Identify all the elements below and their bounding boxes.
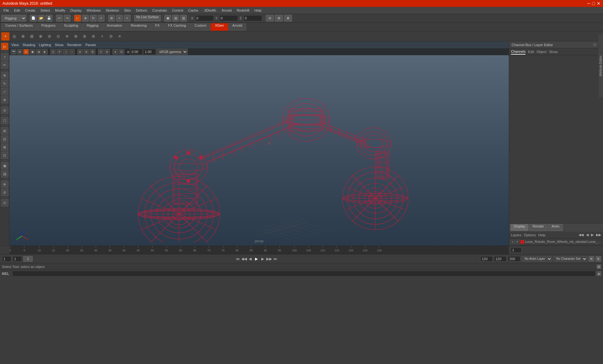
shelf-icon-xgen4[interactable]: ⊞ bbox=[28, 32, 36, 40]
layer-back[interactable]: ◀ bbox=[586, 233, 589, 237]
viewport-menu-lighting[interactable]: Lighting bbox=[39, 43, 51, 47]
anim-pref-btn[interactable]: ⚙ bbox=[595, 256, 601, 262]
vp-resolution[interactable]: ⊞ bbox=[90, 49, 95, 55]
vp-lighting1[interactable]: ☀ bbox=[57, 49, 62, 55]
viewport-menu-view[interactable]: View bbox=[11, 43, 19, 47]
tab-sculpting[interactable]: Sculpting bbox=[60, 23, 82, 31]
vp-cam-att[interactable]: ⊛ bbox=[104, 49, 110, 55]
close-button[interactable]: ✕ bbox=[597, 1, 600, 6]
range-end-input[interactable]: 120 bbox=[480, 256, 493, 262]
menu-create[interactable]: Create bbox=[23, 8, 38, 13]
menu-arnold[interactable]: Arnold bbox=[220, 8, 234, 13]
viewport-menu-renderer[interactable]: Renderer bbox=[67, 43, 82, 47]
soft-select[interactable]: ◎ bbox=[1, 106, 8, 114]
tab-arnold[interactable]: Arnold bbox=[228, 23, 247, 31]
tab-rendering[interactable]: Rendering bbox=[127, 23, 151, 31]
vp-smooth[interactable]: ◼ bbox=[30, 49, 35, 55]
menu-redshift[interactable]: Redshift bbox=[235, 8, 252, 13]
select-tool[interactable]: ▷ bbox=[74, 15, 81, 22]
display-mode1[interactable]: ⊞ bbox=[1, 127, 8, 135]
display-mode3[interactable]: ⊠ bbox=[1, 143, 8, 151]
snap-curve[interactable]: ≈ bbox=[116, 15, 123, 22]
lasso-select[interactable]: ⌖ bbox=[1, 53, 8, 61]
workspace-dropdown[interactable]: Rigging bbox=[1, 15, 26, 22]
menu-display[interactable]: Display bbox=[68, 8, 84, 13]
menu-select[interactable]: Select bbox=[38, 8, 52, 13]
timeline-end-input[interactable] bbox=[511, 247, 522, 253]
rotate-left[interactable]: ↻ bbox=[1, 80, 8, 87]
forward-button[interactable]: ▶ bbox=[260, 256, 266, 262]
layer-visibility-v[interactable]: V bbox=[510, 240, 515, 244]
menu-cache[interactable]: Cache bbox=[186, 8, 200, 13]
menu-windows[interactable]: Windows bbox=[84, 8, 103, 13]
tab-custom[interactable]: Custom bbox=[191, 23, 211, 31]
step-forward-button[interactable]: ▶▶ bbox=[266, 256, 272, 262]
scale-tool[interactable]: ⤢ bbox=[98, 15, 105, 22]
show-manip[interactable]: ☐ bbox=[1, 117, 8, 124]
shelf-icon-xgen11[interactable]: ⊜ bbox=[89, 32, 97, 40]
x-input[interactable] bbox=[195, 15, 214, 21]
viewport-menu-shading[interactable]: Shading bbox=[23, 43, 35, 47]
shelf-icon-xgen7[interactable]: ⊙ bbox=[54, 32, 62, 40]
menu-control[interactable]: Control bbox=[170, 8, 185, 13]
mel-expand-button[interactable]: ▲ bbox=[597, 271, 601, 276]
vp-select-cam[interactable]: 📷 bbox=[11, 49, 16, 55]
play-button[interactable]: ▶ bbox=[254, 256, 259, 262]
misc-btn3[interactable]: ⊙ bbox=[1, 199, 8, 206]
tab-edit-channel[interactable]: Edit bbox=[528, 49, 534, 54]
back-button[interactable]: ◀ bbox=[247, 256, 253, 262]
display-mode4[interactable]: ⊡ bbox=[1, 152, 8, 159]
shelf-icon-xgen1[interactable]: ✦ bbox=[1, 32, 9, 40]
go-to-end-button[interactable]: ⏭ bbox=[273, 256, 278, 262]
menu-edit[interactable]: Edit bbox=[12, 8, 22, 13]
maximize-button[interactable]: □ bbox=[592, 1, 595, 6]
tab-rigging[interactable]: Rigging bbox=[83, 23, 102, 31]
vp-focus[interactable]: ⊙ bbox=[98, 49, 104, 55]
move-left[interactable]: ⊕ bbox=[1, 72, 8, 79]
menu-3dtoall[interactable]: -3DtoAll- bbox=[201, 8, 219, 13]
render-region[interactable]: ▣ bbox=[164, 15, 171, 22]
universal-manip[interactable]: ⊗ bbox=[1, 96, 8, 104]
panel-float-button[interactable]: ⬡ bbox=[593, 43, 596, 47]
vp-shadows[interactable]: ▫ bbox=[69, 49, 75, 55]
render-btn-left[interactable]: ▣ bbox=[1, 162, 8, 169]
vp-hud[interactable]: ⊟ bbox=[119, 49, 124, 55]
vp-wire[interactable]: ⊠ bbox=[23, 49, 29, 55]
vp-colorspace-dropdown[interactable]: sRGB gamma bbox=[156, 49, 188, 55]
snap-grid[interactable]: ⊞ bbox=[108, 15, 115, 22]
ipr-render[interactable]: ▤ bbox=[172, 15, 179, 22]
current-frame-input[interactable]: 1 bbox=[13, 256, 22, 262]
shelf-icon-xgen10[interactable]: ⊚ bbox=[80, 32, 89, 40]
max-range-input[interactable]: 120 bbox=[494, 256, 507, 262]
shelf-icon-xgen3[interactable]: ⊕ bbox=[19, 32, 27, 40]
new-button[interactable]: 📄 bbox=[30, 15, 37, 22]
viewport-3d[interactable]: View Shading Lighting Show Renderer Pane… bbox=[9, 41, 509, 245]
vp-xray[interactable]: ◎ bbox=[50, 49, 56, 55]
shelf-icon-xgen8[interactable]: ≋ bbox=[63, 32, 71, 40]
layer-color-swatch[interactable] bbox=[520, 240, 524, 244]
save-button[interactable]: 💾 bbox=[46, 15, 52, 22]
mel-input[interactable] bbox=[12, 271, 595, 276]
snap-point[interactable]: • bbox=[124, 15, 131, 22]
menu-modify[interactable]: Modify bbox=[53, 8, 67, 13]
menu-skin[interactable]: Skin bbox=[122, 8, 133, 13]
tab-show-channel[interactable]: Show bbox=[549, 49, 558, 54]
layer-forward[interactable]: ▶ bbox=[591, 233, 594, 237]
misc-btn1[interactable]: ⊕ bbox=[1, 180, 8, 188]
undo-button[interactable]: ↩ bbox=[56, 15, 63, 22]
layout-btn2[interactable]: ⊞ bbox=[275, 15, 283, 22]
layer-visibility-p[interactable]: P bbox=[515, 240, 520, 244]
tab-fx[interactable]: FX bbox=[151, 23, 164, 31]
tab-animation[interactable]: Animation bbox=[103, 23, 126, 31]
status-icon-button[interactable]: ⊞ bbox=[597, 265, 601, 269]
layer-step-back[interactable]: ◀◀ bbox=[579, 233, 584, 237]
layer-tab-display[interactable]: Display bbox=[510, 224, 529, 231]
no-char-set-dropdown[interactable]: No Character Set bbox=[553, 256, 587, 262]
y-input[interactable] bbox=[219, 15, 238, 21]
shelf-icon-xgen9[interactable]: ⊛ bbox=[72, 32, 80, 40]
frame-start-input[interactable]: 1 bbox=[2, 256, 11, 262]
tab-fx-caching[interactable]: FX Caching bbox=[164, 23, 190, 31]
viewport-menu-show[interactable]: Show bbox=[55, 43, 64, 47]
viewport-menu-panels[interactable]: Panels bbox=[85, 43, 96, 47]
tab-polygons[interactable]: Polygons bbox=[37, 23, 59, 31]
